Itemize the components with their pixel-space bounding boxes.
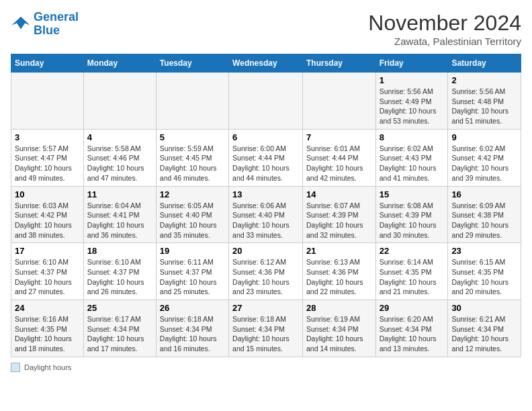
calendar-week-row: 1Sunrise: 5:56 AM Sunset: 4:49 PM Daylig… (11, 73, 521, 130)
calendar-cell: 26Sunrise: 6:18 AM Sunset: 4:34 PM Dayli… (156, 300, 228, 357)
calendar-cell (11, 73, 84, 130)
day-number: 3 (15, 132, 80, 142)
day-info: Sunrise: 6:18 AM Sunset: 4:34 PM Dayligh… (232, 314, 299, 354)
day-info: Sunrise: 6:05 AM Sunset: 4:40 PM Dayligh… (160, 201, 225, 240)
day-info: Sunrise: 6:02 AM Sunset: 4:43 PM Dayligh… (380, 144, 445, 183)
day-number: 1 (380, 75, 445, 85)
day-number: 16 (451, 189, 517, 199)
day-number: 21 (306, 246, 372, 256)
day-number: 29 (380, 303, 445, 313)
footer: Daylight hours (11, 363, 521, 372)
day-number: 5 (160, 132, 225, 142)
day-info: Sunrise: 6:15 AM Sunset: 4:35 PM Dayligh… (451, 257, 517, 297)
day-info: Sunrise: 6:10 AM Sunset: 4:37 PM Dayligh… (87, 257, 152, 297)
day-number: 26 (160, 303, 225, 313)
day-info: Sunrise: 6:10 AM Sunset: 4:37 PM Dayligh… (15, 257, 80, 297)
day-info: Sunrise: 6:02 AM Sunset: 4:42 PM Dayligh… (451, 144, 517, 183)
logo: General Blue (11, 11, 79, 38)
day-number: 4 (87, 132, 152, 142)
calendar-cell: 5Sunrise: 5:59 AM Sunset: 4:45 PM Daylig… (156, 129, 228, 186)
calendar-week-row: 3Sunrise: 5:57 AM Sunset: 4:47 PM Daylig… (11, 129, 521, 186)
calendar-cell: 24Sunrise: 6:16 AM Sunset: 4:35 PM Dayli… (11, 300, 84, 357)
day-number: 8 (380, 132, 445, 142)
day-number: 22 (380, 246, 445, 256)
day-info: Sunrise: 6:01 AM Sunset: 4:44 PM Dayligh… (306, 144, 372, 183)
calendar-cell: 3Sunrise: 5:57 AM Sunset: 4:47 PM Daylig… (11, 129, 84, 186)
svg-marker-0 (12, 17, 30, 30)
day-number: 11 (87, 189, 152, 199)
day-info: Sunrise: 5:56 AM Sunset: 4:49 PM Dayligh… (380, 87, 445, 126)
day-number: 14 (306, 189, 372, 199)
calendar-header-friday: Friday (375, 54, 448, 73)
calendar-cell: 22Sunrise: 6:14 AM Sunset: 4:35 PM Dayli… (375, 243, 448, 300)
calendar-cell: 10Sunrise: 6:03 AM Sunset: 4:42 PM Dayli… (11, 186, 84, 243)
day-info: Sunrise: 6:08 AM Sunset: 4:39 PM Dayligh… (380, 201, 445, 240)
calendar-header-tuesday: Tuesday (156, 54, 228, 73)
day-info: Sunrise: 6:07 AM Sunset: 4:39 PM Dayligh… (306, 201, 372, 240)
day-number: 13 (232, 189, 299, 199)
day-number: 27 (232, 303, 299, 313)
day-number: 10 (15, 189, 80, 199)
calendar-header-thursday: Thursday (302, 54, 375, 73)
calendar-header-wednesday: Wednesday (229, 54, 303, 73)
calendar-cell: 20Sunrise: 6:12 AM Sunset: 4:36 PM Dayli… (229, 243, 303, 300)
logo-text: General Blue (34, 11, 79, 38)
calendar-cell: 11Sunrise: 6:04 AM Sunset: 4:41 PM Dayli… (83, 186, 156, 243)
calendar-cell: 23Sunrise: 6:15 AM Sunset: 4:35 PM Dayli… (448, 243, 521, 300)
calendar-cell (302, 73, 375, 130)
calendar-week-row: 24Sunrise: 6:16 AM Sunset: 4:35 PM Dayli… (11, 300, 521, 357)
day-info: Sunrise: 6:03 AM Sunset: 4:42 PM Dayligh… (15, 201, 80, 240)
calendar-cell: 4Sunrise: 5:58 AM Sunset: 4:46 PM Daylig… (83, 129, 156, 186)
calendar-cell: 18Sunrise: 6:10 AM Sunset: 4:37 PM Dayli… (83, 243, 156, 300)
day-info: Sunrise: 6:14 AM Sunset: 4:35 PM Dayligh… (380, 257, 445, 297)
day-number: 18 (87, 246, 152, 256)
calendar-header-row: SundayMondayTuesdayWednesdayThursdayFrid… (11, 54, 521, 73)
calendar-cell: 12Sunrise: 6:05 AM Sunset: 4:40 PM Dayli… (156, 186, 228, 243)
day-info: Sunrise: 5:57 AM Sunset: 4:47 PM Dayligh… (15, 144, 80, 183)
day-number: 2 (451, 75, 517, 85)
day-info: Sunrise: 6:00 AM Sunset: 4:44 PM Dayligh… (232, 144, 299, 183)
day-number: 6 (232, 132, 299, 142)
day-number: 7 (306, 132, 372, 142)
day-info: Sunrise: 6:21 AM Sunset: 4:34 PM Dayligh… (451, 314, 517, 354)
calendar-cell: 17Sunrise: 6:10 AM Sunset: 4:37 PM Dayli… (11, 243, 84, 300)
calendar-cell: 14Sunrise: 6:07 AM Sunset: 4:39 PM Dayli… (302, 186, 375, 243)
day-info: Sunrise: 6:17 AM Sunset: 4:34 PM Dayligh… (87, 314, 152, 354)
day-info: Sunrise: 6:06 AM Sunset: 4:40 PM Dayligh… (232, 201, 299, 240)
calendar-cell: 15Sunrise: 6:08 AM Sunset: 4:39 PM Dayli… (375, 186, 448, 243)
calendar-cell (83, 73, 156, 130)
footer-legend-box (11, 363, 20, 372)
day-info: Sunrise: 6:20 AM Sunset: 4:34 PM Dayligh… (380, 314, 445, 354)
calendar-cell: 9Sunrise: 6:02 AM Sunset: 4:42 PM Daylig… (448, 129, 521, 186)
day-number: 24 (15, 303, 80, 313)
page-subtitle: Zawata, Palestinian Territory (368, 36, 521, 47)
calendar-cell (156, 73, 228, 130)
calendar-cell: 2Sunrise: 5:56 AM Sunset: 4:48 PM Daylig… (448, 73, 521, 130)
calendar-week-row: 10Sunrise: 6:03 AM Sunset: 4:42 PM Dayli… (11, 186, 521, 243)
calendar-cell: 21Sunrise: 6:13 AM Sunset: 4:36 PM Dayli… (302, 243, 375, 300)
calendar-cell: 7Sunrise: 6:01 AM Sunset: 4:44 PM Daylig… (302, 129, 375, 186)
day-number: 25 (87, 303, 152, 313)
day-info: Sunrise: 6:11 AM Sunset: 4:37 PM Dayligh… (160, 257, 225, 297)
day-number: 30 (451, 303, 517, 313)
calendar-header-sunday: Sunday (11, 54, 84, 73)
day-info: Sunrise: 6:13 AM Sunset: 4:36 PM Dayligh… (306, 257, 372, 297)
calendar-cell: 25Sunrise: 6:17 AM Sunset: 4:34 PM Dayli… (83, 300, 156, 357)
day-info: Sunrise: 6:04 AM Sunset: 4:41 PM Dayligh… (87, 201, 152, 240)
calendar-cell: 27Sunrise: 6:18 AM Sunset: 4:34 PM Dayli… (229, 300, 303, 357)
day-info: Sunrise: 5:59 AM Sunset: 4:45 PM Dayligh… (160, 144, 225, 183)
day-info: Sunrise: 5:56 AM Sunset: 4:48 PM Dayligh… (451, 87, 517, 126)
day-number: 20 (232, 246, 299, 256)
day-info: Sunrise: 6:16 AM Sunset: 4:35 PM Dayligh… (15, 314, 80, 354)
day-number: 28 (306, 303, 372, 313)
calendar-header-saturday: Saturday (448, 54, 521, 73)
day-info: Sunrise: 5:58 AM Sunset: 4:46 PM Dayligh… (87, 144, 152, 183)
page-header: General Blue November 2024 Zawata, Pales… (11, 11, 521, 47)
day-number: 17 (15, 246, 80, 256)
footer-label: Daylight hours (24, 363, 71, 371)
calendar-cell: 1Sunrise: 5:56 AM Sunset: 4:49 PM Daylig… (375, 73, 448, 130)
calendar-cell: 13Sunrise: 6:06 AM Sunset: 4:40 PM Dayli… (229, 186, 303, 243)
calendar-cell: 30Sunrise: 6:21 AM Sunset: 4:34 PM Dayli… (448, 300, 521, 357)
day-info: Sunrise: 6:19 AM Sunset: 4:34 PM Dayligh… (306, 314, 372, 354)
calendar-cell: 19Sunrise: 6:11 AM Sunset: 4:37 PM Dayli… (156, 243, 228, 300)
